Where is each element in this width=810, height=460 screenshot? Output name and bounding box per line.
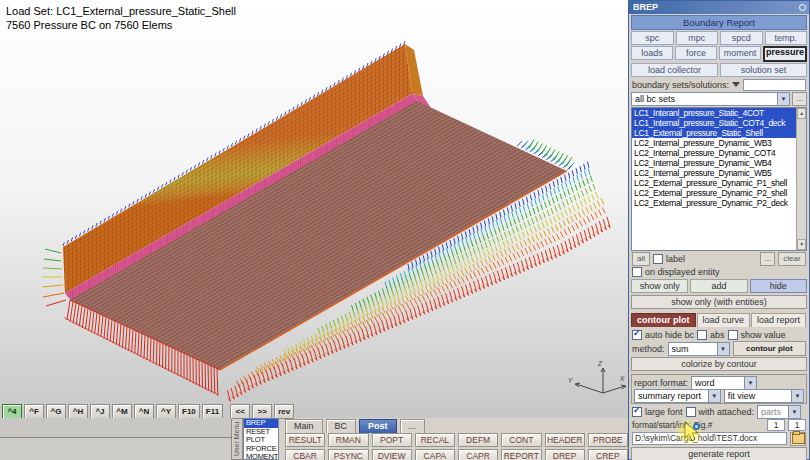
generate-report-button[interactable]: generate report (631, 447, 807, 460)
tab-contour-plot[interactable]: contour plot (631, 313, 696, 327)
cmd-report-button[interactable]: REPORT (501, 449, 541, 460)
tab-load-curve[interactable]: load curve (697, 313, 751, 327)
toolbar-button-7[interactable]: ^Y (156, 404, 176, 419)
chevron-down-icon[interactable]: ▼ (708, 390, 720, 402)
cmd-psync-button[interactable]: PSYNC (328, 449, 368, 460)
cmd-cbar-button[interactable]: CBAR (285, 449, 325, 460)
loads-button[interactable]: loads (631, 46, 673, 60)
cmd-defm-button[interactable]: DEFM (458, 433, 498, 447)
menu-list-item[interactable]: MOMENT (244, 453, 278, 460)
toolbar-button-6[interactable]: ^N (134, 404, 154, 419)
on-displayed-entity-checkbox[interactable] (632, 267, 642, 277)
toolbar-button-9[interactable]: F11 (202, 404, 223, 419)
pin-icon[interactable] (799, 4, 806, 11)
toolbar-rev-button[interactable]: rev (274, 404, 294, 419)
cmd-capa-button[interactable]: CAPA (415, 449, 455, 460)
spcd-button[interactable]: spcd (720, 31, 763, 45)
add-button[interactable]: add (690, 279, 747, 293)
tab-more[interactable]: ... (400, 419, 426, 433)
list-more-button[interactable]: ... (760, 252, 775, 266)
cmd-result-button[interactable]: RESULT (285, 433, 325, 447)
toolbar-button-1[interactable]: ^F (24, 404, 44, 419)
report-format-combo[interactable]: word ▼ (691, 376, 757, 390)
cmd-drep-button[interactable]: DREP (545, 449, 585, 460)
cmd-popt-button[interactable]: POPT (372, 433, 412, 447)
list-item[interactable]: LC2_Internal_pressure_Dynamic_WB4 (632, 158, 806, 168)
label-checkbox[interactable] (653, 254, 663, 264)
method-combo[interactable]: sum ▼ (668, 342, 730, 356)
cmd-cont-button[interactable]: CONT (501, 433, 541, 447)
cmd-capr-button[interactable]: CAPR (458, 449, 498, 460)
force-button[interactable]: force (675, 46, 717, 60)
brep-panel-titlebar[interactable]: BREP (629, 1, 809, 14)
report-path-input[interactable]: D:\sykim\Cargo_hold\TEST.docx (632, 432, 787, 445)
toolbar-button-2[interactable]: ^G (46, 404, 66, 419)
fit-view-combo[interactable]: fit view ▼ (724, 389, 804, 403)
mpc-button[interactable]: mpc (676, 31, 719, 45)
toolbar-button-0[interactable]: ^4 (2, 404, 22, 419)
parts-combo[interactable]: parts ▼ (757, 405, 801, 419)
toolbar-button-5[interactable]: ^M (112, 404, 132, 419)
cmd-dview-button[interactable]: DVIEW (372, 449, 412, 460)
toolbar-prev-button[interactable]: << (230, 404, 250, 419)
bc-sets-more-button[interactable]: ... (792, 92, 807, 106)
list-item[interactable]: LC2_External_pressure_Dynamic_P1_shell (632, 178, 806, 188)
tab-main[interactable]: Main (285, 419, 323, 433)
bc-sets-combo[interactable]: all bc sets ▼ (631, 92, 790, 106)
toolbar-button-4[interactable]: ^J (90, 404, 110, 419)
tab-post[interactable]: Post (359, 419, 397, 433)
menu-list[interactable]: BREP RESET PLOT RFORCE MOMENT (243, 418, 279, 460)
chevron-down-icon[interactable]: ▼ (788, 406, 800, 418)
hide-button[interactable]: hide (750, 279, 807, 293)
browse-button[interactable] (790, 432, 806, 446)
set-filter-input[interactable] (743, 79, 806, 91)
list-item[interactable]: LC2_External_pressure_Dynamic_P2_deck (632, 198, 806, 208)
clear-button[interactable]: clear (778, 252, 806, 266)
large-font-checkbox[interactable] (632, 407, 642, 417)
list-item[interactable]: LC2_Internal_pressure_Dynamic_WB3 (632, 138, 806, 148)
tab-load-report[interactable]: load report (751, 313, 806, 327)
pressure-button[interactable]: pressure (763, 46, 807, 62)
chevron-down-icon[interactable]: ▼ (777, 93, 789, 105)
increment-input[interactable]: 1 (788, 419, 806, 431)
scroll-up-icon[interactable]: ▲ (797, 108, 806, 119)
list-item[interactable]: LC1_Internal_pressure_Static_COT4_deck (632, 118, 806, 128)
tab-bc[interactable]: BC (326, 419, 357, 433)
chevron-down-icon[interactable]: ▼ (744, 377, 756, 389)
scroll-down-icon[interactable]: ▼ (797, 239, 806, 250)
contour-plot-button[interactable]: contour plot (733, 341, 806, 356)
abs-checkbox[interactable] (697, 330, 707, 340)
list-item[interactable]: LC1_Interanl_pressure_Static_4COT (632, 108, 806, 118)
cmd-probe-button[interactable]: PROBE (588, 433, 628, 447)
list-item[interactable]: LC2_Internal_pressure_Dynamic_WB5 (632, 168, 806, 178)
solution-set-button[interactable]: solution set (720, 63, 807, 77)
filter-icon[interactable] (732, 82, 740, 87)
toolbar-button-3[interactable]: ^H (68, 404, 88, 419)
moment-button[interactable]: moment (719, 46, 761, 60)
temp-button[interactable]: temp. (765, 31, 808, 45)
toolbar-next-button[interactable]: >> (252, 404, 272, 419)
chevron-down-icon[interactable]: ▼ (791, 390, 803, 402)
cmd-recal-button[interactable]: RECAL (415, 433, 455, 447)
with-attached-checkbox[interactable] (686, 407, 696, 417)
auto-hide-bc-checkbox[interactable] (632, 330, 642, 340)
show-value-checkbox[interactable] (728, 330, 738, 340)
list-item[interactable]: LC1_External_pressure_Static_Shell (632, 128, 806, 138)
hull-model-canvas[interactable]: Z Y X (0, 0, 628, 418)
list-scrollbar[interactable]: ▲ ▼ (796, 108, 806, 250)
spc-button[interactable]: spc (631, 31, 674, 45)
cmd-crep-button[interactable]: CREP (588, 449, 628, 460)
show-only-button[interactable]: show only (631, 279, 688, 293)
list-item[interactable]: LC2_Internal_pressure_Dynamic_COT4 (632, 148, 806, 158)
cmd-header-button[interactable]: HEADER (545, 433, 585, 447)
load-collector-button[interactable]: load collector (631, 63, 718, 77)
cmd-rman-button[interactable]: RMAN (328, 433, 368, 447)
list-item[interactable]: LC2_External_pressure_Dynamic_P2_shell (632, 188, 806, 198)
chevron-down-icon[interactable]: ▼ (717, 343, 729, 355)
model-viewport[interactable]: Z Y X Load Set: LC1_External_pressure_St… (0, 0, 628, 418)
all-button[interactable]: all (632, 252, 650, 266)
command-console[interactable] (0, 418, 231, 460)
start-number-input[interactable]: 1 (767, 419, 785, 431)
figure-format-value[interactable]: Fig.# (694, 420, 713, 430)
summary-report-combo[interactable]: summary report ▼ (634, 389, 721, 403)
